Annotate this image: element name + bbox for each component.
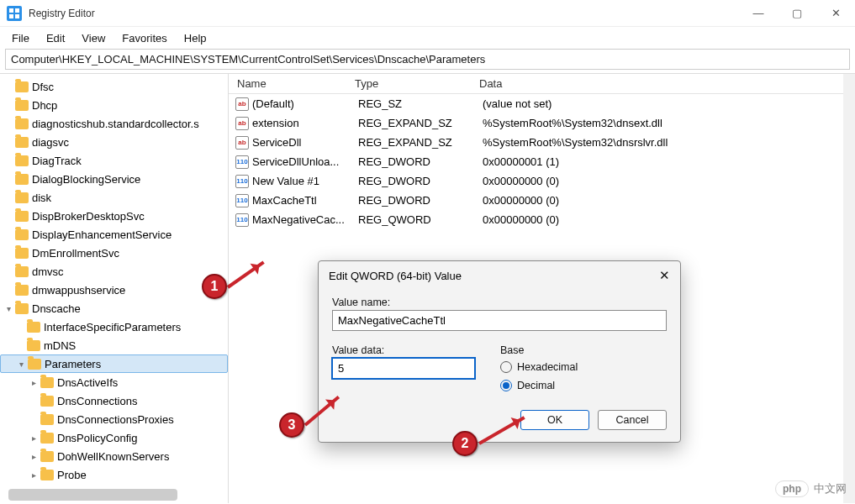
edit-qword-dialog: Edit QWORD (64-bit) Value ✕ Value name: …: [318, 260, 681, 443]
tree-item[interactable]: DmEnrollmentSvc: [0, 244, 228, 262]
tree-item-label: Parameters: [45, 358, 101, 370]
close-button[interactable]: ✕: [816, 0, 855, 27]
radio-dec[interactable]: Decimal: [500, 376, 578, 395]
col-type[interactable]: Type: [355, 77, 479, 90]
menu-edit[interactable]: Edit: [40, 29, 71, 47]
list-row[interactable]: abextensionREG_EXPAND_SZ%SystemRoot%\Sys…: [229, 113, 843, 133]
tree-item[interactable]: DnsConnectionsProxies: [0, 410, 228, 428]
chevron-icon[interactable]: [29, 378, 39, 387]
tree-item[interactable]: Dhcp: [0, 96, 228, 114]
value-name: extension: [252, 117, 358, 129]
binary-value-icon: 110: [235, 194, 249, 207]
dialog-titlebar[interactable]: Edit QWORD (64-bit) Value ✕: [319, 261, 680, 290]
tree-item-label: diagnosticshub.standardcollector.s: [32, 118, 199, 130]
chevron-icon[interactable]: [3, 304, 13, 313]
app-icon: [7, 6, 22, 21]
tree-item[interactable]: DiagTrack: [0, 151, 228, 170]
tree-item[interactable]: DnsActiveIfs: [0, 373, 228, 391]
maximize-button[interactable]: ▢: [778, 0, 816, 27]
folder-icon: [15, 303, 29, 314]
menu-view[interactable]: View: [75, 29, 112, 47]
chevron-icon[interactable]: [29, 452, 39, 461]
value-name: ServiceDllUnloa...: [252, 155, 358, 168]
list-row[interactable]: 110MaxNegativeCac...REG_QWORD0x00000000 …: [229, 210, 843, 229]
menu-file[interactable]: File: [5, 29, 36, 47]
tree-item[interactable]: InterfaceSpecificParameters: [0, 318, 228, 336]
value-type: REG_SZ: [358, 97, 483, 110]
value-type: REG_DWORD: [358, 155, 483, 168]
annotation-marker-3: 3: [279, 412, 304, 438]
menu-favorites[interactable]: Favorites: [115, 29, 173, 47]
col-data[interactable]: Data: [479, 77, 843, 90]
value-type: REG_EXPAND_SZ: [358, 117, 483, 129]
list-row[interactable]: 110MaxCacheTtlREG_DWORD0x00000000 (0): [229, 191, 843, 210]
tree-item[interactable]: dmwappushservice: [0, 281, 228, 299]
value-type: REG_DWORD: [358, 194, 483, 207]
value-data: %SystemRoot%\System32\dnsrslvr.dll: [483, 136, 843, 149]
tree-item[interactable]: DisplayEnhancementService: [0, 225, 228, 244]
tree-item[interactable]: Probe: [0, 465, 228, 484]
value-name-input[interactable]: [332, 310, 667, 331]
tree-item-label: DmEnrollmentSvc: [32, 247, 119, 260]
value-data-input[interactable]: [332, 358, 475, 379]
list-header[interactable]: Name Type Data: [229, 74, 843, 94]
folder-icon: [15, 137, 29, 148]
chevron-icon[interactable]: [29, 470, 39, 480]
folder-icon: [40, 470, 54, 480]
tree-item[interactable]: Parameters: [0, 354, 228, 373]
address-bar[interactable]: Computer\HKEY_LOCAL_MACHINE\SYSTEM\Curre…: [5, 49, 850, 70]
minimize-button[interactable]: —: [739, 0, 778, 27]
list-row[interactable]: 110ServiceDllUnloa...REG_DWORD0x00000001…: [229, 152, 843, 171]
tree-item[interactable]: DohWellKnownServers: [0, 447, 228, 465]
svg-rect-2: [9, 14, 13, 18]
value-name: ServiceDll: [252, 136, 358, 149]
value-name: New Value #1: [252, 175, 358, 187]
folder-icon: [40, 414, 54, 425]
chevron-icon[interactable]: [16, 360, 26, 369]
value-name-label: Value name:: [332, 297, 667, 308]
folder-icon: [15, 81, 29, 92]
tree-item[interactable]: DialogBlockingService: [0, 170, 228, 188]
tree-item[interactable]: diagnosticshub.standardcollector.s: [0, 114, 228, 133]
ok-button[interactable]: OK: [520, 410, 589, 430]
tree-item[interactable]: diagsvc: [0, 133, 228, 151]
tree-pane[interactable]: DfscDhcpdiagnosticshub.standardcollector…: [0, 74, 229, 503]
tree-item-label: DnsActiveIfs: [57, 376, 118, 389]
folder-icon: [15, 174, 29, 185]
dialog-close-icon[interactable]: ✕: [659, 268, 670, 283]
tree-item[interactable]: DnsPolicyConfig: [0, 428, 228, 447]
tree-item-label: disk: [32, 192, 51, 204]
value-data: 0x00000001 (1): [483, 155, 843, 168]
value-type: REG_QWORD: [358, 213, 483, 226]
value-type: REG_DWORD: [358, 175, 483, 187]
tree-item[interactable]: Dfsc: [0, 77, 228, 96]
tree-item[interactable]: mDNS: [0, 336, 228, 354]
list-scrollbar[interactable]: [843, 74, 855, 503]
tree-item[interactable]: Dnscache: [0, 299, 228, 318]
svg-rect-3: [15, 14, 19, 18]
list-row[interactable]: 110New Value #1REG_DWORD0x00000000 (0): [229, 171, 843, 191]
chevron-icon[interactable]: [29, 433, 39, 443]
menu-help[interactable]: Help: [177, 29, 214, 47]
list-row[interactable]: abServiceDllREG_EXPAND_SZ%SystemRoot%\Sy…: [229, 133, 843, 152]
folder-icon: [40, 451, 54, 462]
tree-item[interactable]: DnsConnections: [0, 391, 228, 410]
col-name[interactable]: Name: [229, 77, 355, 90]
radio-dec-label: Decimal: [517, 380, 555, 391]
value-name: MaxCacheTtl: [252, 194, 358, 207]
watermark-logo: php: [775, 480, 809, 497]
tree-item[interactable]: dmvsc: [0, 262, 228, 281]
tree-item-label: Dfsc: [32, 81, 54, 93]
tree-scrollbar[interactable]: [8, 489, 177, 501]
folder-icon: [15, 155, 29, 166]
tree-item[interactable]: disk: [0, 188, 228, 207]
list-row[interactable]: ab(Default)REG_SZ(value not set): [229, 94, 843, 113]
tree-item-label: diagsvc: [32, 136, 69, 149]
tree-item[interactable]: DispBrokerDesktopSvc: [0, 207, 228, 225]
cancel-button[interactable]: Cancel: [598, 410, 667, 430]
tree-item-label: DnsConnections: [57, 395, 137, 407]
radio-hex[interactable]: Hexadecimal: [500, 358, 578, 376]
folder-icon: [40, 433, 54, 444]
window-title: Registry Editor: [29, 8, 739, 19]
dialog-title: Edit QWORD (64-bit) Value: [329, 270, 659, 282]
